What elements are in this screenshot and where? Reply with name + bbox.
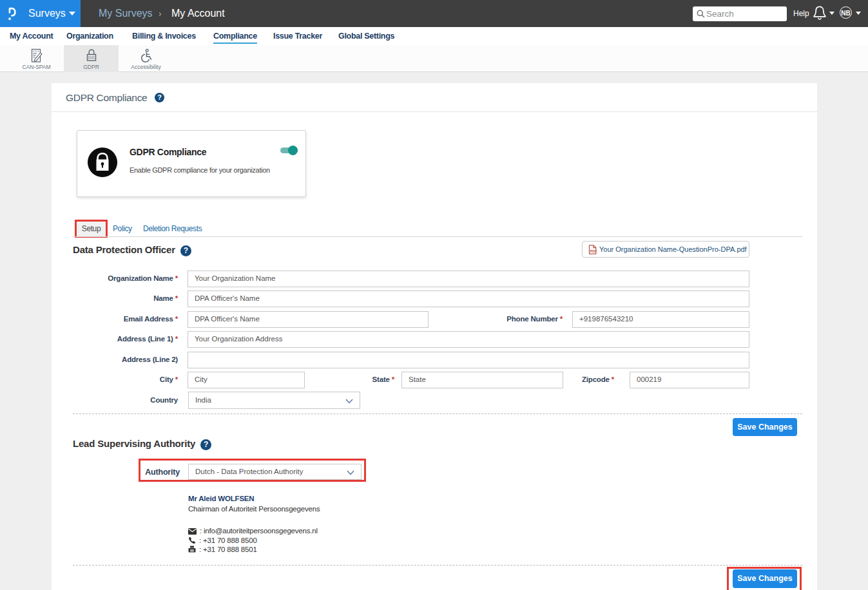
svg-text:PDF: PDF xyxy=(590,249,597,253)
